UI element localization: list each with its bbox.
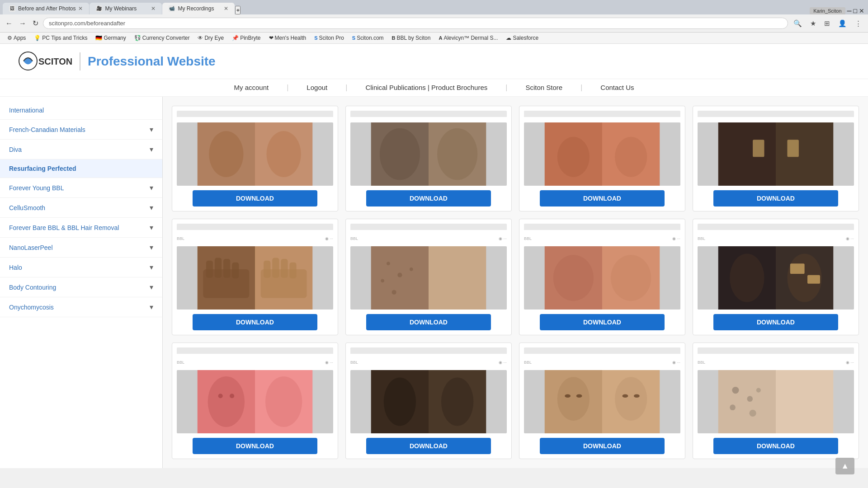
card-mid-2: BBL ◉ ··· xyxy=(345,219,512,335)
svg-rect-24 xyxy=(232,263,239,279)
woman-face-svg xyxy=(524,370,680,433)
bookmark-pinbryte[interactable]: 📌 PinBryte xyxy=(228,34,264,42)
nav-clinical-publications[interactable]: Clinical Publications | Product Brochure… xyxy=(365,84,487,92)
download-button-top-4[interactable]: DOWNLOAD xyxy=(713,190,839,206)
bookmark-mens-health[interactable]: ❤ Men's Health xyxy=(265,34,310,42)
sidebar-item-french-canadian[interactable]: French-Canadian Materials ▾ xyxy=(0,120,162,140)
card-image-2 xyxy=(350,122,507,186)
bookmark-dry-eye[interactable]: 👁 Dry Eye xyxy=(194,34,227,42)
sidebar: International French-Canadian Materials … xyxy=(0,97,163,468)
card-meta-10: BBL ◉ ··· xyxy=(350,359,507,366)
sidebar-label-diva: Diva xyxy=(9,146,22,153)
close-window-button[interactable]: ✕ xyxy=(859,7,864,14)
download-button-mid-3[interactable]: DOWNLOAD xyxy=(540,314,665,330)
tab-webinars[interactable]: 🎥 My Webinars ✕ xyxy=(90,3,162,14)
svg-point-61 xyxy=(565,394,571,398)
more-button[interactable]: ⋮ xyxy=(852,18,864,29)
download-button-mid-4[interactable]: DOWNLOAD xyxy=(713,314,839,330)
bookmark-currency[interactable]: 💱 Currency Converter xyxy=(131,34,193,42)
svg-point-8 xyxy=(380,128,420,180)
bbl-icon: B xyxy=(392,35,396,41)
tab-close-webinars[interactable]: ✕ xyxy=(151,5,156,12)
new-tab-button[interactable]: + xyxy=(235,6,241,14)
svg-rect-17 xyxy=(787,140,798,157)
profile-button[interactable]: 👤 xyxy=(835,18,849,29)
sidebar-item-nanolaserpeel[interactable]: NanoLaserPeel ▾ xyxy=(0,238,162,258)
sidebar-item-forever-bare[interactable]: Forever Bare BBL & BBL Hair Removal ▾ xyxy=(0,218,162,238)
nav-sciton-store[interactable]: Sciton Store xyxy=(525,84,562,92)
alevicyn-icon: A xyxy=(439,35,442,41)
sidebar-item-international[interactable]: International xyxy=(0,101,162,120)
bookmark-currency-label: Currency Converter xyxy=(142,35,190,41)
card-meta-right-12: ◉ ··· xyxy=(846,360,854,365)
tab-close-recordings[interactable]: ✕ xyxy=(224,5,228,12)
forward-button[interactable]: → xyxy=(17,18,28,29)
dark-face-svg xyxy=(350,370,507,433)
bookmark-apps[interactable]: ⚙ Apps xyxy=(4,34,29,42)
tab-favicon-webinars: 🎥 xyxy=(96,5,102,12)
download-button-bot-1[interactable]: DOWNLOAD xyxy=(193,438,318,454)
nav-contact-us[interactable]: Contact Us xyxy=(600,84,634,92)
download-button-bot-4[interactable]: DOWNLOAD xyxy=(713,438,839,454)
sidebar-item-resurfacing[interactable]: Resurfacing Perfected xyxy=(0,160,162,178)
tab-before-after[interactable]: 🖼 Before and After Photos ✕ xyxy=(3,3,89,14)
bookmarks-bar: ⚙ Apps 💡 PC Tips and Tricks 🇩🇪 Germany 💱… xyxy=(0,33,868,44)
card-mid-3: BBL ◉ ··· DOWNLOAD xyxy=(519,219,685,335)
bookmark-pc-tips[interactable]: 💡 PC Tips and Tricks xyxy=(30,34,91,42)
chevron-down-icon-halo: ▾ xyxy=(150,263,153,272)
sidebar-item-forever-young[interactable]: Forever Young BBL ▾ xyxy=(0,178,162,198)
bookmark-sciton-pro-label: Sciton Pro xyxy=(319,35,344,41)
download-button-top-3[interactable]: DOWNLOAD xyxy=(540,190,665,206)
sidebar-item-halo[interactable]: Halo ▾ xyxy=(0,258,162,277)
bookmark-sciton-com[interactable]: S Sciton.com xyxy=(349,34,387,42)
sidebar-item-cellusmooth[interactable]: CelluSmooth ▾ xyxy=(0,198,162,218)
svg-point-51 xyxy=(218,394,223,398)
svg-point-39 xyxy=(553,255,594,301)
search-button[interactable]: 🔍 xyxy=(791,18,805,29)
nav-logout[interactable]: Logout xyxy=(307,84,327,92)
svg-rect-15 xyxy=(776,122,833,186)
bookmark-sciton-pro[interactable]: S Sciton Pro xyxy=(311,34,348,42)
user-profile[interactable]: Karin_Sciton xyxy=(810,7,845,14)
minimize-button[interactable]: ─ xyxy=(847,7,852,14)
card-image-12 xyxy=(698,370,854,433)
sidebar-item-onychomycosis[interactable]: Onychomycosis ▾ xyxy=(0,297,162,317)
mens-health-icon: ❤ xyxy=(269,35,274,41)
svg-point-35 xyxy=(410,267,413,271)
back-to-top-button[interactable]: ▲ xyxy=(835,458,854,468)
bookmark-button[interactable]: ★ xyxy=(807,18,819,29)
download-button-bot-3[interactable]: DOWNLOAD xyxy=(540,438,665,454)
card-bot-4: BBL ◉ ··· xyxy=(693,343,859,459)
browser-chrome: 🖼 Before and After Photos ✕ 🎥 My Webinar… xyxy=(0,0,868,44)
sidebar-item-diva[interactable]: Diva ▾ xyxy=(0,140,162,160)
svg-rect-22 xyxy=(215,258,222,278)
sidebar-label-international: International xyxy=(9,107,44,114)
refresh-button[interactable]: ↻ xyxy=(31,17,40,29)
svg-point-49 xyxy=(208,376,245,427)
bookmark-alevicyn[interactable]: A Alevicyn™ Dermal S... xyxy=(435,34,501,42)
nav-my-account[interactable]: My account xyxy=(234,84,269,92)
header-divider xyxy=(80,52,80,70)
card-img-svg-2 xyxy=(350,122,507,186)
download-button-bot-2[interactable]: DOWNLOAD xyxy=(366,438,491,454)
bookmark-bbl[interactable]: B BBL by Sciton xyxy=(388,34,434,42)
back-button[interactable]: ← xyxy=(4,18,14,29)
card-header-bar-2 xyxy=(350,111,507,117)
extensions-button[interactable]: ⊞ xyxy=(821,18,833,29)
download-button-top-1[interactable]: DOWNLOAD xyxy=(193,190,318,206)
tab-recordings[interactable]: 📹 My Recordings ✕ xyxy=(162,3,235,14)
bookmark-mens-health-label: Men's Health xyxy=(275,35,307,41)
svg-point-12 xyxy=(557,137,590,177)
bookmark-salesforce[interactable]: ☁ Salesforce xyxy=(502,34,542,42)
tab-close-before-after[interactable]: ✕ xyxy=(78,5,83,12)
svg-point-5 xyxy=(266,131,301,177)
maximize-button[interactable]: □ xyxy=(854,7,857,14)
bookmark-germany[interactable]: 🇩🇪 Germany xyxy=(92,34,129,42)
card-meta-7: BBL ◉ ··· xyxy=(524,235,680,242)
download-button-mid-1[interactable]: DOWNLOAD xyxy=(193,314,318,330)
sidebar-item-body-contouring[interactable]: Body Contouring ▾ xyxy=(0,277,162,297)
download-button-mid-2[interactable]: DOWNLOAD xyxy=(366,314,491,330)
svg-point-71 xyxy=(749,410,756,417)
download-button-top-2[interactable]: DOWNLOAD xyxy=(366,190,491,206)
address-bar[interactable]: scitonpro.com/beforeandafter xyxy=(43,18,788,29)
